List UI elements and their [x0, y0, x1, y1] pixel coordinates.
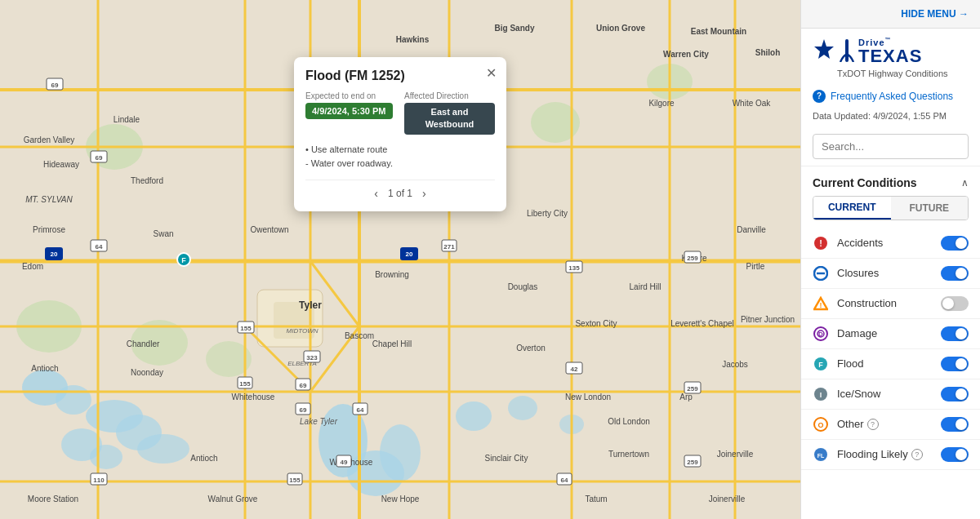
- svg-text:White Oak: White Oak: [733, 99, 772, 108]
- svg-text:Antioch: Antioch: [31, 364, 58, 373]
- popup-close-button[interactable]: ✕: [486, 65, 497, 81]
- svg-text:MT. SYLVAN: MT. SYLVAN: [25, 195, 73, 204]
- svg-text:259: 259: [687, 255, 698, 262]
- svg-text:I: I: [820, 391, 822, 399]
- svg-text:64: 64: [561, 477, 568, 484]
- svg-text:69: 69: [300, 406, 307, 414]
- svg-text:Jacobs: Jacobs: [722, 360, 748, 369]
- svg-text:Garden Valley: Garden Valley: [24, 135, 75, 144]
- svg-rect-145: [845, 39, 849, 62]
- svg-text:O: O: [817, 421, 823, 429]
- svg-text:Old London: Old London: [608, 417, 650, 426]
- sidebar-header: HIDE MENU →: [801, 0, 980, 29]
- damage-toggle[interactable]: [941, 326, 969, 341]
- popup-end-date: 4/9/2024, 5:30 PM: [305, 103, 393, 119]
- svg-text:Joinerville: Joinerville: [709, 495, 746, 503]
- svg-text:259: 259: [687, 385, 698, 393]
- closures-toggle[interactable]: [941, 266, 969, 281]
- popup-next-button[interactable]: ›: [422, 187, 426, 200]
- flooding-likely-label: Flooding Likely ?: [837, 448, 933, 460]
- svg-point-12: [508, 396, 537, 420]
- svg-text:Pitner Junction: Pitner Junction: [741, 315, 795, 324]
- svg-text:69: 69: [51, 82, 59, 89]
- other-help-icon[interactable]: ?: [867, 419, 879, 430]
- txdot-star-icon: [813, 38, 835, 64]
- svg-text:155: 155: [240, 325, 252, 332]
- svg-text:Walnut Grove: Walnut Grove: [208, 495, 258, 503]
- svg-text:42: 42: [571, 366, 578, 373]
- accidents-toggle[interactable]: [941, 236, 969, 251]
- flooding-likely-help-icon[interactable]: ?: [911, 449, 923, 460]
- svg-text:!: !: [820, 301, 822, 309]
- svg-text:FL: FL: [817, 453, 825, 459]
- brand-name: Drive™ TEXAS: [839, 37, 922, 65]
- svg-text:Browning: Browning: [375, 270, 409, 279]
- svg-text:64: 64: [96, 243, 103, 251]
- icesnow-label: Ice/Snow: [837, 388, 933, 400]
- conditions-list: ! Accidents Closures !: [801, 228, 980, 470]
- other-toggle[interactable]: [941, 417, 969, 432]
- construction-toggle[interactable]: [941, 296, 969, 311]
- svg-text:Lindale: Lindale: [114, 115, 140, 124]
- faq-link[interactable]: ? Frequently Asked Questions: [801, 85, 980, 108]
- svg-text:!: !: [819, 238, 822, 248]
- svg-text:Sexton City: Sexton City: [575, 319, 617, 328]
- popup-page: 1 of 1: [388, 188, 412, 199]
- svg-text:Arp: Arp: [679, 393, 693, 401]
- hide-menu-button[interactable]: HIDE MENU →: [901, 8, 969, 20]
- tab-future[interactable]: FUTURE: [891, 197, 969, 220]
- flood-label: Flood: [837, 357, 933, 370]
- svg-text:259: 259: [687, 459, 698, 466]
- svg-text:69: 69: [300, 382, 307, 389]
- svg-text:New Hope: New Hope: [381, 495, 420, 503]
- condition-icesnow: I Ice/Snow: [801, 379, 980, 410]
- faq-icon: ?: [813, 90, 826, 103]
- svg-point-5: [56, 385, 91, 415]
- popup-direction-label: Affected Direction: [404, 91, 495, 100]
- svg-text:Big Sandy: Big Sandy: [495, 24, 535, 33]
- svg-text:Thedford: Thedford: [131, 176, 163, 185]
- svg-text:Hawkins: Hawkins: [396, 35, 430, 44]
- svg-text:Swan: Swan: [153, 229, 173, 238]
- current-conditions-header[interactable]: Current Conditions ∧: [801, 166, 980, 196]
- flooding-likely-toggle[interactable]: [941, 447, 969, 462]
- construction-label: Construction: [837, 297, 933, 309]
- svg-text:Kilgore: Kilgore: [648, 99, 675, 108]
- faq-link-text: Frequently Asked Questions: [831, 91, 953, 102]
- closures-label: Closures: [837, 267, 933, 279]
- svg-point-11: [456, 401, 492, 431]
- flood-popup: Flood (FM 1252) ✕ Expected to end on 4/9…: [294, 57, 506, 211]
- condition-flood: F Flood: [801, 349, 980, 379]
- tab-current[interactable]: CURRENT: [813, 197, 891, 220]
- condition-tabs: CURRENT FUTURE: [813, 196, 969, 220]
- accidents-label: Accidents: [837, 237, 933, 249]
- svg-text:49: 49: [341, 459, 348, 466]
- popup-end-label: Expected to end on: [305, 91, 396, 100]
- map-container[interactable]: 20 20 80 64 155 Hawkins Big Sandy Union …: [0, 0, 800, 519]
- svg-text:New London: New London: [565, 393, 611, 401]
- svg-text:Douglas: Douglas: [508, 282, 538, 291]
- popup-bullets: • Use alternate route- Water over roadwa…: [305, 143, 495, 171]
- svg-text:Liberty City: Liberty City: [527, 209, 568, 218]
- popup-prev-button[interactable]: ‹: [374, 187, 378, 200]
- damage-label: Damage: [837, 327, 933, 339]
- popup-direction: East and Westbound: [404, 103, 495, 135]
- svg-text:F: F: [818, 361, 823, 369]
- icesnow-toggle[interactable]: [941, 387, 969, 401]
- condition-closures: Closures: [801, 259, 980, 289]
- svg-text:Leverett's Chapel: Leverett's Chapel: [670, 319, 734, 328]
- svg-text:20: 20: [51, 251, 58, 258]
- svg-text:Antioch: Antioch: [190, 454, 217, 463]
- search-area: [801, 127, 980, 166]
- flood-toggle[interactable]: [941, 357, 969, 371]
- svg-text:Tyler: Tyler: [299, 299, 322, 311]
- section-title: Current Conditions: [813, 176, 917, 189]
- svg-text:Owentown: Owentown: [250, 225, 288, 234]
- svg-text:155: 155: [289, 477, 301, 484]
- brand-texas: TEXAS: [858, 47, 922, 65]
- search-input[interactable]: [813, 134, 969, 159]
- data-updated: Data Updated: 4/9/2024, 1:55 PM: [801, 108, 980, 127]
- svg-text:Noonday: Noonday: [131, 368, 163, 377]
- svg-text:323: 323: [306, 354, 318, 362]
- svg-text:135: 135: [568, 264, 580, 272]
